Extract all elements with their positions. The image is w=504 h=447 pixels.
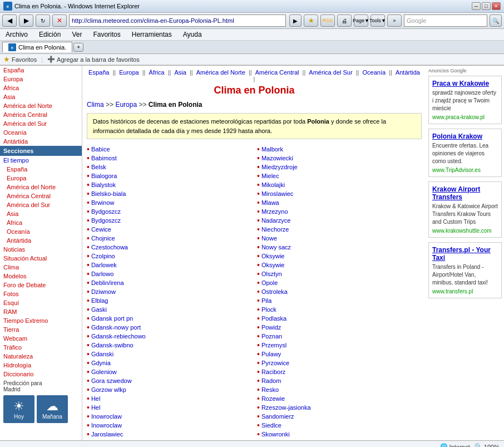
ad-title-3[interactable]: Transfers.pl - Your Taxi — [432, 246, 498, 262]
ad-title-0[interactable]: Praca w Krakowie — [432, 80, 498, 87]
breadcrumb-clima[interactable]: Clima — [87, 101, 104, 109]
city-link[interactable]: Gora szwedow — [91, 377, 132, 384]
city-link[interactable]: Gdynia — [91, 360, 111, 366]
sidebar-sub-asia[interactable]: Asia — [0, 209, 82, 218]
nav-espana[interactable]: España — [88, 69, 109, 76]
city-link[interactable]: Niechorze — [261, 226, 289, 233]
city-link[interactable]: Oksywie — [261, 253, 285, 259]
city-link[interactable]: Nowe — [261, 235, 277, 242]
nav-oceania[interactable]: Oceanía — [362, 69, 386, 76]
sidebar-sub-america-sur[interactable]: América del Sur — [0, 200, 82, 209]
sidebar-foro[interactable]: Foro de Debate — [0, 281, 82, 289]
add-favorites-button[interactable]: ★ Favoritos — [3, 55, 37, 63]
rss-button[interactable]: RSS — [320, 14, 335, 27]
forward-button[interactable]: ▶ — [19, 14, 33, 27]
city-link[interactable]: Bialogora — [91, 173, 117, 179]
nav-antartida[interactable]: Antártida — [396, 69, 420, 76]
sidebar-sub-america-norte[interactable]: América del Norte — [0, 183, 82, 191]
city-link[interactable]: Gdanski — [91, 351, 113, 357]
sidebar-item-antartida[interactable]: Antártida — [0, 137, 82, 146]
city-link[interactable]: Brwinow — [91, 199, 115, 206]
city-link[interactable]: Mrzezyno — [261, 208, 288, 215]
search-button[interactable]: 🔍 — [490, 14, 502, 27]
sidebar-ram[interactable]: RAM — [0, 307, 82, 316]
city-link[interactable]: Miedzyzdroje — [261, 164, 298, 170]
nav-asia[interactable]: Asia — [175, 69, 186, 76]
city-link[interactable]: Mlawa — [261, 199, 279, 206]
city-link[interactable]: Sandomierz — [261, 413, 294, 420]
sidebar-naturaleza[interactable]: Naturaleza — [0, 352, 82, 361]
search-bar[interactable]: Google — [404, 14, 487, 27]
ad-title-1[interactable]: Polonia Krakow — [432, 132, 498, 140]
sidebar-item-espana[interactable]: España — [0, 66, 82, 75]
go-button[interactable]: ▶ — [289, 14, 302, 27]
city-link[interactable]: Olsztyn — [261, 271, 282, 277]
address-bar[interactable]: http://clima.meteored.com/clima-en-Europ… — [69, 14, 286, 27]
city-link[interactable]: Belsk — [91, 164, 106, 170]
print-button[interactable]: 🖨 — [337, 14, 352, 27]
city-link[interactable]: Skowronki — [261, 431, 290, 438]
sidebar-modelos[interactable]: Modelos — [0, 272, 82, 281]
sidebar-diccionario[interactable]: Diccionario — [0, 370, 82, 379]
breadcrumb-europa[interactable]: Europa — [115, 101, 137, 109]
city-link[interactable]: Miroslawiec — [261, 190, 293, 197]
menu-edit[interactable]: Edición — [36, 30, 64, 40]
city-link[interactable]: Plock — [261, 306, 276, 313]
maximize-button[interactable]: □ — [482, 2, 491, 10]
sidebar-sub-antartida[interactable]: Antártida — [0, 236, 82, 245]
tools-button[interactable]: Tools▼ — [370, 14, 385, 27]
city-link[interactable]: Malbork — [261, 146, 283, 153]
nav-america-norte[interactable]: América del Norte — [196, 69, 245, 76]
city-link[interactable]: Opole — [261, 279, 278, 286]
sidebar-item-america-sur[interactable]: América del Sur — [0, 119, 82, 128]
sidebar-fotos[interactable]: Fotos — [0, 289, 82, 298]
sidebar-tiempo-extremo[interactable]: Tiempo Extremo — [0, 316, 82, 325]
city-link[interactable]: Pulawy — [261, 351, 281, 357]
sidebar-webcam[interactable]: Webcam — [0, 334, 82, 343]
city-link[interactable]: Poznan — [261, 333, 282, 340]
sidebar-item-america-central[interactable]: América Central — [0, 110, 82, 119]
city-link[interactable]: Przemysl — [261, 342, 286, 348]
sidebar-item-europa[interactable]: Europa — [0, 75, 82, 83]
city-link[interactable]: Nadarzyce — [261, 217, 291, 224]
ad-title-2[interactable]: Krakow Airport Transfers — [432, 185, 498, 201]
city-link[interactable]: Hel — [91, 404, 101, 411]
city-link[interactable]: Rzeszow-jasionka — [261, 404, 311, 411]
city-link[interactable]: Czolpino — [91, 253, 115, 259]
sidebar-sub-espana[interactable]: España — [0, 165, 82, 174]
city-link[interactable]: Bielsko-biala — [91, 190, 126, 197]
city-link[interactable]: Chojnice — [91, 235, 115, 242]
city-link[interactable]: Pyrzowice — [261, 360, 289, 366]
sidebar-esqui[interactable]: Esquí — [0, 298, 82, 307]
city-link[interactable]: Bialystok — [91, 181, 116, 188]
city-link[interactable]: Pila — [261, 297, 271, 304]
city-link[interactable]: Radom — [261, 377, 281, 384]
sidebar-sub-africa[interactable]: África — [0, 218, 82, 227]
city-link[interactable]: Darlowek — [91, 262, 117, 268]
sidebar-noticias[interactable]: Noticias — [0, 245, 82, 254]
city-link[interactable]: Gaski — [91, 306, 107, 313]
city-link[interactable]: Slubice — [261, 440, 281, 440]
city-link[interactable]: Inowroclaw — [91, 422, 122, 429]
city-link[interactable]: Deblin/irena — [91, 279, 124, 286]
menu-view[interactable]: Ver — [68, 30, 85, 40]
refresh-button[interactable]: ↻ — [36, 14, 50, 27]
new-tab-button[interactable]: + — [73, 43, 83, 52]
city-link[interactable]: Oksywie — [261, 262, 285, 268]
city-link[interactable]: Mikolajki — [261, 181, 285, 188]
sidebar-situacion-actual[interactable]: Situación Actual — [0, 254, 82, 263]
city-link[interactable]: Jelenia gora — [91, 440, 125, 440]
city-link[interactable]: Powidz — [261, 324, 281, 331]
city-link[interactable]: Resko — [261, 386, 279, 393]
city-link[interactable]: Elblag — [91, 297, 108, 304]
city-link[interactable]: Cewice — [91, 226, 111, 233]
city-link[interactable]: Raciborz — [261, 369, 285, 375]
sidebar-item-america-norte[interactable]: América del Norte — [0, 101, 82, 110]
nav-europa[interactable]: Europa — [119, 69, 139, 76]
menu-help[interactable]: Ayuda — [180, 30, 205, 40]
city-link[interactable]: Inowroclaw — [91, 413, 122, 420]
sidebar-item-africa[interactable]: África — [0, 83, 82, 92]
city-link[interactable]: Goleniow — [91, 369, 117, 375]
city-link[interactable]: Gdansk port pn — [91, 315, 133, 322]
minimize-button[interactable]: ─ — [472, 2, 481, 10]
